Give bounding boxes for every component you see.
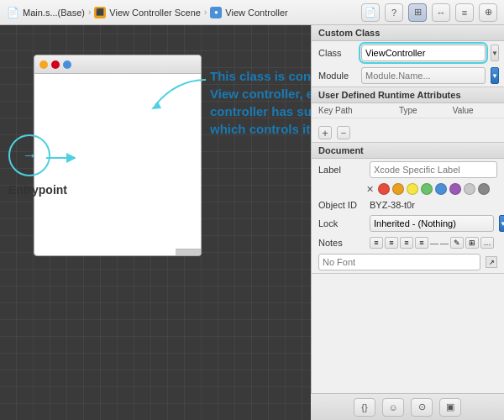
notes-separator: — <box>430 239 438 248</box>
module-dropdown-btn[interactable]: ▼ <box>491 67 499 84</box>
font-row: ↗ <box>312 251 504 273</box>
color-dot-blue[interactable] <box>435 183 447 195</box>
annotation-text: This class is controlling our View contr… <box>210 67 311 138</box>
color-dot-orange[interactable] <box>392 183 404 195</box>
annotation-arrow-svg <box>143 71 210 113</box>
label-input[interactable] <box>370 161 497 178</box>
x-mark: ✕ <box>366 184 374 195</box>
bottom-tab-circle[interactable]: ⊙ <box>411 398 433 417</box>
notes-separator2: — <box>440 239 449 248</box>
breadcrumb-scene-label[interactable]: View Controller Scene <box>109 8 201 18</box>
breadcrumb-scene-icon: ⬛ <box>94 7 106 18</box>
object-id-value: BYZ-38-t0r <box>370 200 415 210</box>
plus-minus-row: + − <box>312 123 504 142</box>
vc-resize-handle[interactable] <box>176 249 201 255</box>
runtime-attrs-table: Key Path Type Value <box>312 103 504 123</box>
notes-edit-btn[interactable]: ✎ <box>450 237 464 249</box>
col-value: Value <box>446 103 504 118</box>
object-id-label: Object ID <box>318 200 365 210</box>
color-dot-dark[interactable] <box>478 183 490 195</box>
lock-row: Lock ▼ <box>312 213 504 234</box>
notes-align-right-btn[interactable]: ≡ <box>400 237 413 249</box>
connecting-arrow <box>46 150 76 166</box>
class-label: Class <box>318 48 356 58</box>
lock-input[interactable] <box>370 215 494 232</box>
color-dot-red[interactable] <box>378 183 390 195</box>
toolbar-right: 📄 ? ⊞ ↔ ≡ ⊕ <box>361 3 497 22</box>
notes-insert-btn[interactable]: ⊞ <box>465 237 479 249</box>
module-row: Module ▼ <box>312 65 504 87</box>
bottom-tab-braces[interactable]: {} <box>354 398 375 417</box>
col-type: Type <box>392 103 446 118</box>
breadcrumb-file-icon: 📄 <box>7 7 19 18</box>
color-dots-row: ✕ <box>312 181 504 197</box>
remove-attr-btn[interactable]: − <box>337 126 350 139</box>
runtime-attrs-header: User Defined Runtime Attributes <box>312 87 504 103</box>
notes-more-btn[interactable]: … <box>480 237 494 249</box>
class-dropdown-btn[interactable]: ▼ <box>491 45 499 61</box>
label-row: Label <box>312 159 504 181</box>
document-header: Document <box>312 143 504 159</box>
font-input[interactable] <box>318 254 480 270</box>
breadcrumb-vc-label[interactable]: View Controller <box>225 8 287 18</box>
add-toolbar-btn[interactable]: ⊕ <box>479 3 497 22</box>
help-toolbar-btn[interactable]: ? <box>385 3 403 22</box>
canvas-area[interactable]: → Entrypoint This class is controlling o… <box>0 25 311 420</box>
add-attr-btn[interactable]: + <box>318 126 332 139</box>
bottom-tab-smiley[interactable]: ☺ <box>382 398 404 417</box>
entrypoint-arrow-icon: → <box>22 147 37 165</box>
notes-icons-group: ≡ ≡ ≡ ≡ — — ✎ ⊞ … <box>370 237 494 249</box>
arrow-toolbar-btn[interactable]: ↔ <box>432 3 450 22</box>
class-row: Class ▼ <box>312 41 504 65</box>
color-dot-yellow[interactable] <box>407 183 418 195</box>
vc-dot-red <box>51 60 60 69</box>
main-layout: → Entrypoint This class is controlling o… <box>0 25 504 420</box>
entrypoint-arrow-circle: → <box>8 134 50 176</box>
document-section: Document Label ✕ Object ID BYZ-38-t0r <box>312 143 504 274</box>
entrypoint-label: Entrypoint <box>8 183 67 197</box>
notes-row: Notes ≡ ≡ ≡ ≡ — — ✎ ⊞ … <box>312 234 504 251</box>
bottom-tabs: {} ☺ ⊙ ▣ <box>311 393 504 420</box>
inspector-toolbar-btn[interactable]: ≡ <box>455 3 474 22</box>
module-label: Module <box>318 71 356 81</box>
vc-dot-blue <box>63 60 71 69</box>
file-toolbar-btn[interactable]: 📄 <box>361 3 380 22</box>
breadcrumb-sep-2: › <box>204 8 207 17</box>
breadcrumb-vc-icon: ● <box>210 7 222 18</box>
breadcrumb: 📄 Main.s...(Base) › ⬛ View Controller Sc… <box>7 7 288 18</box>
class-input[interactable] <box>361 45 486 61</box>
breadcrumb-sep-1: › <box>88 8 91 17</box>
color-dot-green[interactable] <box>421 183 433 195</box>
col-keypath: Key Path <box>312 103 392 118</box>
notes-align-center-btn[interactable]: ≡ <box>385 237 398 249</box>
notes-label: Notes <box>318 238 365 248</box>
notes-justify-btn[interactable]: ≡ <box>415 237 428 249</box>
right-panel: Custom Class Class ▼ Module ▼ User Defin… <box>311 25 504 420</box>
lock-label: Lock <box>318 218 365 228</box>
custom-class-header: Custom Class <box>312 25 504 41</box>
color-dot-purple[interactable] <box>449 183 461 195</box>
notes-align-left-btn[interactable]: ≡ <box>370 237 383 249</box>
top-toolbar: 📄 Main.s...(Base) › ⬛ View Controller Sc… <box>0 0 504 25</box>
vc-dot-yellow <box>39 60 48 69</box>
bottom-spacer <box>312 274 504 307</box>
font-corner-btn[interactable]: ↗ <box>486 256 497 268</box>
bottom-tab-square[interactable]: ▣ <box>439 398 461 417</box>
color-dot-light[interactable] <box>464 183 475 195</box>
breadcrumb-file-label[interactable]: Main.s...(Base) <box>23 8 85 18</box>
object-id-row: Object ID BYZ-38-t0r <box>312 197 504 213</box>
custom-class-section: Custom Class Class ▼ Module ▼ <box>312 25 504 87</box>
lock-dropdown-btn[interactable]: ▼ <box>499 215 504 232</box>
module-input[interactable] <box>361 67 486 84</box>
label-field-label: Label <box>318 165 365 175</box>
identity-toolbar-btn[interactable]: ⊞ <box>408 3 427 22</box>
runtime-attrs-section: User Defined Runtime Attributes Key Path… <box>312 87 504 143</box>
